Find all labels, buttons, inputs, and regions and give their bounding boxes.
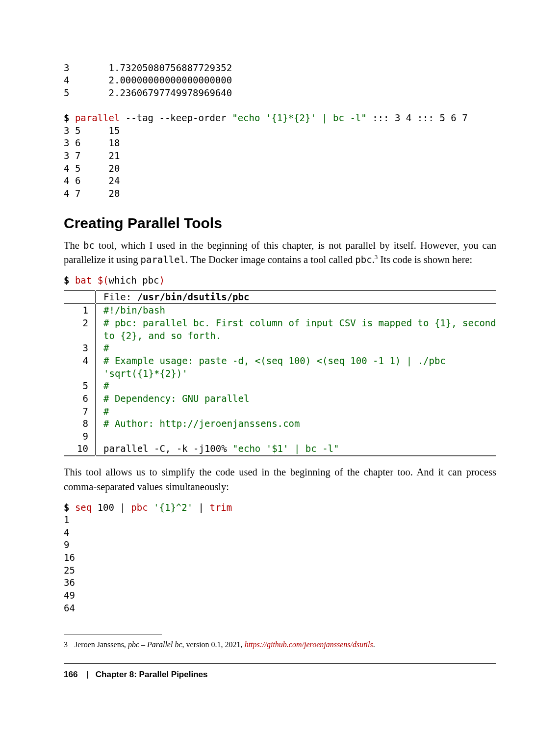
command-string: "echo '{1}*{2}' | bc -l" [232, 112, 367, 123]
footnote-number: 3 [64, 639, 75, 650]
code-block-top: 3 1.73205080756887729352 4 2.00000000000… [64, 49, 496, 200]
out: 25 [64, 565, 75, 576]
bat-line: 8# Author: http://jeroenjanssens.com [64, 418, 496, 430]
command-name: bat [69, 275, 97, 286]
text: . The Docker image contains a tool calle… [185, 254, 355, 265]
bat-command: $ bat $(which pbc) [64, 274, 496, 287]
bat-rule [64, 455, 496, 456]
code-out: 4 7 28 [64, 188, 120, 199]
command-name: parallel [69, 112, 120, 123]
command-args: --tag --keep-order [120, 112, 232, 123]
bat-string: "echo '$1' | bc -l" [232, 443, 339, 454]
code-out: 3 5 15 [64, 125, 120, 136]
out: 4 [64, 527, 69, 538]
chapter-label: Chapter 8: Parallel Pipelines [96, 670, 208, 680]
text: The [64, 240, 83, 251]
shell-prompt: $ [64, 502, 69, 513]
code-out: 4 6 24 [64, 175, 120, 186]
str: '{1}^2' [153, 502, 193, 513]
code-out: 3 7 21 [64, 150, 120, 161]
section-heading: Creating Parallel Tools [64, 215, 496, 232]
inline-code-bc: bc [83, 240, 95, 251]
command-tail: ::: 3 4 ::: 5 6 7 [367, 112, 468, 123]
page: 3 1.73205080756887729352 4 2.00000000000… [0, 0, 560, 736]
arg: pbc [137, 275, 159, 286]
bat-line: 10parallel -C, -k -j100% "echo '$1' | bc… [64, 443, 496, 455]
footnote-link[interactable]: https://github.com/jeroenjanssens/dsutil… [245, 640, 373, 649]
out: 1 [64, 514, 69, 525]
which: which [109, 275, 137, 286]
code-line: 4 2.00000000000000000000 [64, 75, 232, 85]
bat-line: 4# Example usage: paste -d, <(seq 100) <… [64, 355, 496, 380]
code-out: 4 5 20 [64, 163, 120, 174]
footnote: 3 Jeroen Janssens, pbc – Parallel bc, ve… [64, 639, 496, 650]
footnote-dot: . [373, 640, 375, 649]
bat-line: 5# [64, 380, 496, 393]
bat-line: 9 [64, 430, 496, 443]
close-paren: ) [159, 275, 165, 286]
dollar-paren: $( [98, 275, 109, 286]
shell-prompt: $ [64, 112, 69, 123]
arg: 100 | [92, 502, 131, 513]
bat-line: 2# pbc: parallel bc. First column of inp… [64, 317, 496, 342]
inline-code-pbc: pbc [355, 254, 372, 265]
inline-code-parallel: parallel [141, 254, 186, 265]
out: 64 [64, 603, 75, 613]
page-rule [64, 663, 496, 664]
out: 16 [64, 552, 75, 563]
paragraph-1: The bc tool, which I used in the beginni… [64, 238, 496, 267]
bat-file-row: File: /usr/bin/dsutils/pbc [64, 291, 496, 304]
footer-sep: | [86, 670, 88, 680]
cmd: pbc [131, 502, 153, 513]
bat-code: parallel -C, -k -j100% [103, 443, 232, 454]
bat-line: 1#!/bin/bash [64, 304, 496, 317]
out: 36 [64, 577, 75, 588]
code-block-bottom: $ seq 100 | pbc '{1}^2' | trim 1 4 9 16 … [64, 501, 496, 615]
bat-line: 7# [64, 405, 496, 418]
out: 49 [64, 590, 75, 601]
page-footer: 166 | Chapter 8: Parallel Pipelines [64, 670, 496, 680]
out: 9 [64, 539, 69, 550]
code-line: 3 1.73205080756887729352 [64, 62, 232, 73]
bat-file-label: File: [103, 291, 137, 302]
page-number: 166 [64, 670, 77, 680]
code-out: 3 6 18 [64, 137, 120, 148]
code-line: 5 2.23606797749978969640 [64, 87, 232, 98]
footnote-rest: , version 0.1, 2021, [182, 640, 245, 649]
footnote-rule [64, 634, 162, 634]
paragraph-2: This tool allows us to simplify the code… [64, 465, 496, 494]
footnote-title: pbc – Parallel bc [128, 640, 182, 649]
bat-line: 3# [64, 342, 496, 355]
arg: | [193, 502, 209, 513]
bat-file-path: /usr/bin/dsutils/pbc [137, 291, 250, 302]
cmd: seq [69, 502, 92, 513]
footnote-author: Jeroen Janssens, [75, 640, 128, 649]
cmd: trim [209, 502, 232, 513]
shell-prompt: $ [64, 275, 69, 286]
bat-output: File: /usr/bin/dsutils/pbc 1#!/bin/bash … [64, 290, 496, 456]
text: Its code is shown here: [378, 254, 472, 265]
bat-line: 6# Dependency: GNU parallel [64, 393, 496, 405]
